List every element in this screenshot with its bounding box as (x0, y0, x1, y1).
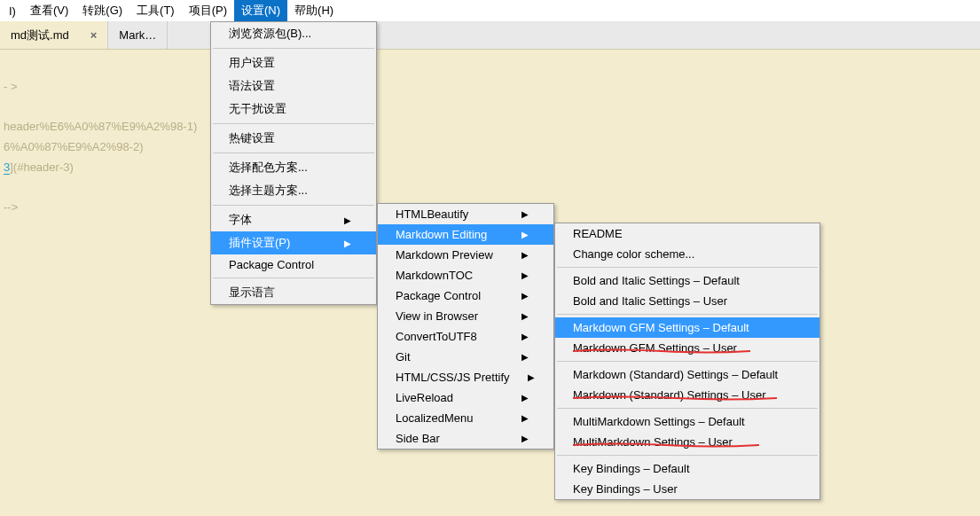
menu-item-label: LocalizedMenu (396, 411, 473, 425)
menu-item-label: View in Browser (396, 309, 478, 323)
menu-separator (213, 205, 374, 206)
menu-item[interactable]: Bold and Italic Settings – Default (555, 270, 819, 291)
chevron-right-icon: ▶ (521, 250, 529, 260)
menu-item[interactable]: HTML/CSS/JS Prettify▶ (378, 367, 553, 387)
menu-item[interactable]: Markdown Editing▶ (378, 224, 553, 245)
menu-item[interactable]: Markdown Preview▶ (378, 245, 553, 265)
menu-item[interactable]: Key Bindings – Default (555, 458, 819, 479)
menubar-item[interactable]: 项目(P) (182, 0, 234, 21)
menu-separator (557, 361, 818, 362)
tab-label: md测试.md (11, 27, 69, 43)
menu-item-label: Bold and Italic Settings – User (573, 294, 727, 308)
menubar-item[interactable]: 设置(N) (234, 0, 287, 21)
menu-item-label: 用户设置 (229, 55, 275, 71)
menu-item-label: Bold and Italic Settings – Default (573, 274, 740, 287)
menu-item[interactable]: View in Browser▶ (378, 306, 553, 326)
menu-item-label: Git (396, 350, 411, 364)
menu-item[interactable]: Bold and Italic Settings – User (555, 291, 819, 311)
menu-item-label: 热键设置 (229, 130, 275, 146)
menu-item-label: MultiMarkdown Settings – Default (573, 415, 745, 428)
menu-item[interactable]: Side Bar▶ (378, 428, 553, 449)
menu-item[interactable]: MultiMarkdown Settings – User (555, 432, 819, 452)
tab-label: Mark… (119, 28, 156, 42)
menu-item-label: MarkdownTOC (396, 269, 473, 282)
menu-item-label: Markdown GFM Settings – User (573, 341, 737, 355)
menubar-item[interactable]: I) (2, 2, 23, 20)
menu-item-label: Markdown GFM Settings – Default (573, 321, 749, 334)
chevron-right-icon: ▶ (521, 393, 529, 403)
menu-item[interactable]: HTMLBeautify▶ (378, 204, 553, 224)
menubar: I)查看(V)转跳(G)工具(T)项目(P)设置(N)帮助(H) (0, 0, 980, 21)
editor-line: 6%A0%87%E9%A2%98-2) (4, 140, 144, 153)
editor-line: - > (4, 80, 18, 93)
menu-item-label: HTMLBeautify (396, 207, 468, 221)
menu-item[interactable]: 选择配色方案... (211, 156, 376, 179)
menu-item-label: 字体 (229, 212, 252, 228)
menu-item[interactable]: Markdown GFM Settings – Default (555, 317, 819, 338)
chevron-right-icon: ▶ (344, 215, 351, 225)
tab-bar: md测试.md×Mark… (0, 21, 980, 50)
chevron-right-icon: ▶ (521, 332, 529, 341)
menu-item-label: 浏览资源包(B)... (229, 26, 311, 42)
menu-item[interactable]: 用户设置 (211, 51, 376, 74)
menu-item[interactable]: 浏览资源包(B)... (211, 22, 376, 45)
menu-item[interactable]: 插件设置(P)▶ (211, 231, 376, 254)
close-icon[interactable]: × (90, 28, 98, 42)
menu-item[interactable]: README (555, 223, 819, 244)
menu-separator (213, 123, 374, 124)
menu-separator (557, 314, 818, 315)
menu-separator (213, 48, 374, 49)
menu-item-label: 插件设置(P) (229, 235, 290, 251)
menu-item[interactable]: Markdown (Standard) Settings – User (555, 385, 819, 405)
menu-item[interactable]: 选择主题方案... (211, 179, 376, 202)
editor-link-rest: ](#header-3) (10, 160, 74, 174)
menu-item[interactable]: LiveReload▶ (378, 387, 553, 408)
chevron-right-icon: ▶ (344, 238, 351, 248)
menu-item-label: 无干扰设置 (229, 101, 286, 117)
menu-item-label: 选择主题方案... (229, 183, 308, 199)
menubar-item[interactable]: 帮助(H) (287, 0, 341, 21)
menu-item-label: 显示语言 (229, 285, 275, 301)
plugin-settings-submenu: HTMLBeautify▶Markdown Editing▶Markdown P… (377, 203, 554, 450)
menu-separator (557, 267, 818, 268)
menu-item[interactable]: MultiMarkdown Settings – Default (555, 411, 819, 432)
tab[interactable]: md测试.md× (0, 21, 108, 49)
chevron-right-icon: ▶ (521, 311, 529, 321)
menu-item-label: Key Bindings – User (573, 482, 678, 496)
menubar-item[interactable]: 工具(T) (129, 0, 182, 21)
menu-item[interactable]: Markdown (Standard) Settings – Default (555, 364, 819, 385)
menu-item-label: LiveReload (396, 391, 453, 404)
settings-menu: 浏览资源包(B)...用户设置语法设置无干扰设置热键设置选择配色方案...选择主… (210, 21, 377, 305)
chevron-right-icon: ▶ (521, 352, 529, 362)
menu-item[interactable]: Package Control (211, 254, 376, 275)
menu-item[interactable]: Change color scheme... (555, 244, 819, 264)
menu-item-label: Markdown (Standard) Settings – Default (573, 368, 778, 381)
menu-item-label: Side Bar (396, 432, 440, 445)
editor-line: 3](#header-3) (4, 160, 74, 175)
chevron-right-icon: ▶ (521, 209, 529, 219)
menu-separator (557, 408, 818, 409)
chevron-right-icon: ▶ (528, 372, 535, 382)
menu-item[interactable]: Markdown GFM Settings – User (555, 338, 819, 358)
menu-item[interactable]: Git▶ (378, 347, 553, 367)
menu-item[interactable]: Package Control▶ (378, 285, 553, 306)
menu-separator (213, 152, 374, 153)
menu-item[interactable]: 显示语言 (211, 281, 376, 304)
menubar-item[interactable]: 查看(V) (23, 0, 75, 21)
menu-item[interactable]: Key Bindings – User (555, 479, 819, 499)
chevron-right-icon: ▶ (521, 413, 529, 423)
menu-item[interactable]: ConvertToUTF8▶ (378, 326, 553, 347)
menu-item[interactable]: 无干扰设置 (211, 98, 376, 121)
editor-area[interactable]: - > header%E6%A0%87%E9%A2%98-1) 6%A0%87%… (0, 50, 980, 224)
menu-item[interactable]: LocalizedMenu▶ (378, 408, 553, 428)
menu-item[interactable]: 热键设置 (211, 127, 376, 150)
tab[interactable]: Mark… (108, 21, 168, 49)
menu-item[interactable]: MarkdownTOC▶ (378, 265, 553, 285)
menu-item-label: Markdown (Standard) Settings – User (573, 388, 765, 402)
menu-item[interactable]: 字体▶ (211, 208, 376, 231)
menu-item-label: 语法设置 (229, 78, 275, 94)
menu-item[interactable]: 语法设置 (211, 74, 376, 98)
menubar-item[interactable]: 转跳(G) (75, 0, 129, 21)
markdown-editing-submenu: READMEChange color scheme...Bold and Ita… (554, 223, 820, 500)
menu-item-label: Package Control (229, 258, 314, 271)
